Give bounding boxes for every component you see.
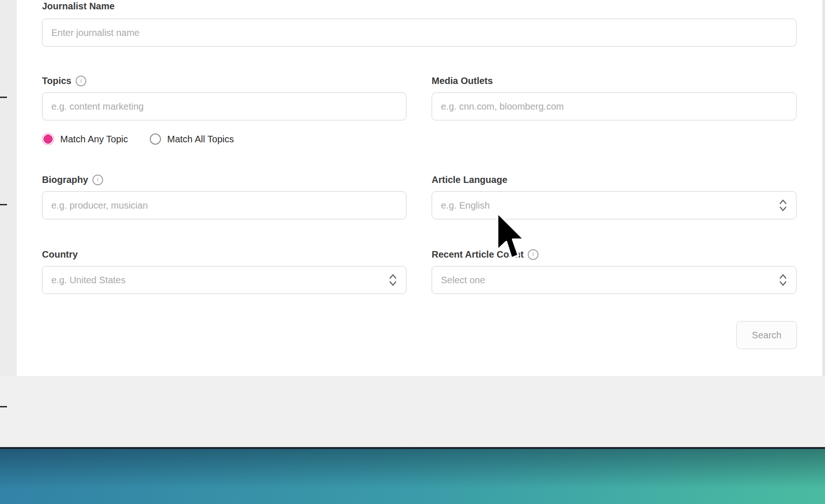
article-language-select[interactable]: e.g. English [432,191,797,219]
media-outlets-label: Media Outlets [432,75,493,87]
radio-match-any-topic[interactable]: Match Any Topic [42,133,128,145]
radio-selected-icon [42,133,54,145]
mouse-cursor [496,211,526,260]
page-background-band [0,376,825,447]
biography-input[interactable] [42,191,406,219]
info-icon[interactable]: i [528,249,538,260]
country-label: Country [42,248,78,260]
country-select[interactable]: e.g. United States [42,266,406,294]
left-edge-mark [0,97,7,98]
radio-match-all-topics[interactable]: Match All Topics [150,133,234,145]
teal-gradient-band [0,449,825,504]
chevron-up-down-icon [779,273,787,287]
left-edge-mark [0,406,7,407]
topic-match-radio-group: Match Any Topic Match All Topics [42,133,234,146]
search-form-card: Journalist Name Topics i Media Outlets M… [17,0,822,376]
biography-label: Biography i [42,174,103,186]
search-button[interactable]: Search [736,321,797,349]
journalist-name-input[interactable] [42,19,797,47]
chevron-up-down-icon [779,198,787,212]
info-icon[interactable]: i [76,76,86,86]
media-outlets-input[interactable] [432,92,797,120]
recent-article-count-select[interactable]: Select one [432,266,797,294]
left-edge-mark [0,204,7,205]
info-icon[interactable]: i [92,175,103,185]
radio-unselected-icon [150,133,161,145]
topics-label: Topics i [42,75,86,87]
topics-input[interactable] [42,92,406,120]
article-language-label: Article Language [432,174,507,186]
chevron-up-down-icon [389,273,397,287]
journalist-name-label: Journalist Name [42,0,115,12]
